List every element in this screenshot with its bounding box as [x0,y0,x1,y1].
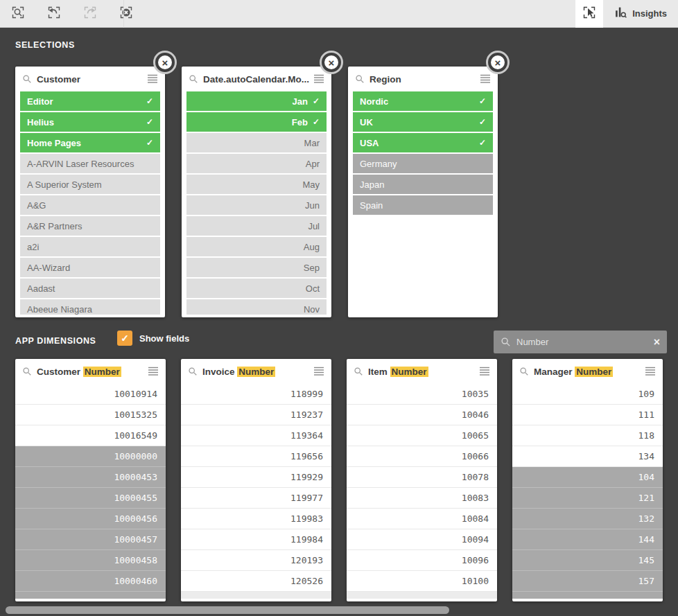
list-item[interactable]: Nov [186,299,327,315]
list-item[interactable]: Abeeue Niagara [20,299,160,315]
clear-selections-button[interactable] [115,3,137,25]
list-item[interactable]: 119656 [181,446,331,467]
remove-selection-date-button[interactable]: × [320,51,343,74]
list-item[interactable]: Editor✓ [20,91,160,111]
list-item[interactable]: 10015325 [15,405,166,425]
list-item[interactable]: 120526 [181,571,331,592]
list-item[interactable]: 10065 [347,425,497,446]
search-icon[interactable] [22,367,32,376]
list-item[interactable]: Helius✓ [20,112,160,132]
listbox-menu-icon[interactable] [479,367,490,376]
list-item[interactable]: UK✓ [353,112,493,132]
list-item[interactable]: 119983 [181,509,331,529]
listbox-menu-icon[interactable] [645,367,656,376]
listbox-menu-icon[interactable] [313,74,324,84]
list-item[interactable]: Apr [186,154,327,173]
list-item[interactable]: 10000000 [15,446,166,467]
list-item[interactable]: 157 [512,571,663,592]
list-item[interactable]: 119237 [181,405,331,425]
list-item[interactable]: Aug [186,237,327,256]
list-item[interactable]: 119977 [181,488,331,509]
list-item[interactable]: AA-Wizard [20,258,160,277]
list-item[interactable]: 10096 [347,550,497,571]
clear-search-icon[interactable]: × [654,337,660,348]
list-item[interactable]: A-ARVIN Laser Resources [20,154,160,173]
horizontal-scrollbar[interactable] [6,606,449,614]
search-icon[interactable] [188,367,198,376]
list-item[interactable]: A&G [20,195,160,215]
search-icon[interactable] [519,367,529,376]
list-item[interactable]: Aadast [20,279,160,298]
list-item[interactable]: 10084 [347,509,497,529]
undo-selection-button[interactable] [43,3,65,25]
list-item[interactable]: 134 [512,446,663,467]
list-item[interactable]: Nordic✓ [353,91,493,111]
list-item-label: 10046 [462,410,489,420]
search-icon[interactable] [355,74,365,84]
list-item[interactable]: Feb✓ [186,112,327,132]
list-item[interactable]: Jun [186,195,327,215]
list-item[interactable]: 119929 [181,467,331,488]
list-item[interactable]: 10078 [347,467,497,488]
search-icon[interactable] [354,367,363,376]
list-item[interactable] [15,592,166,599]
smart-search-button[interactable] [7,3,29,25]
list-item[interactable]: USA✓ [353,133,493,152]
insights-button[interactable]: Insights [613,5,667,22]
list-item[interactable]: 104 [512,467,663,488]
list-item[interactable]: Mar [186,133,327,152]
list-item[interactable]: a2i [20,237,160,256]
listbox-menu-icon[interactable] [148,367,159,376]
remove-selection-customer-button[interactable]: × [153,51,177,74]
listbox-menu-icon[interactable] [147,74,158,84]
list-item[interactable]: 120193 [181,550,331,571]
list-item[interactable]: 10000460 [15,571,166,592]
list-item[interactable]: 10000458 [15,550,166,571]
list-item[interactable]: 109 [512,384,663,405]
search-icon[interactable] [189,74,198,84]
list-item[interactable]: Germany [353,154,493,173]
list-item[interactable]: 119984 [181,529,331,550]
list-item[interactable] [512,592,663,599]
list-item[interactable]: Spain [353,195,493,215]
list-item[interactable]: 10000456 [15,509,166,529]
search-icon[interactable] [22,74,32,84]
list-item[interactable]: 10016549 [15,425,166,446]
list-item[interactable]: 144 [512,529,663,550]
list-item[interactable]: 145 [512,550,663,571]
redo-selection-button[interactable] [79,3,101,25]
list-item[interactable] [347,592,497,599]
list-item[interactable]: 10035 [347,384,497,405]
list-item[interactable]: Japan [353,175,493,194]
list-item[interactable]: 118 [512,425,663,446]
show-fields-checkbox[interactable]: ✓ [117,331,132,346]
list-item[interactable]: Jan✓ [186,91,327,111]
list-item[interactable]: 132 [512,509,663,529]
listbox-menu-icon[interactable] [480,74,491,84]
list-item[interactable]: Jul [186,216,327,236]
list-item[interactable]: 10083 [347,488,497,509]
list-item[interactable]: 10000453 [15,467,166,488]
list-item[interactable] [181,592,331,599]
list-item[interactable]: May [186,175,327,194]
remove-selection-region-button[interactable]: × [486,51,510,74]
list-item[interactable]: 10066 [347,446,497,467]
list-item[interactable]: 10046 [347,405,497,425]
list-item[interactable]: 10000457 [15,529,166,550]
list-item[interactable]: 121 [512,488,663,509]
list-item[interactable]: 10094 [347,529,497,550]
list-item[interactable]: Sep [186,258,327,277]
list-item[interactable]: 10010914 [15,384,166,405]
list-item[interactable]: 118999 [181,384,331,405]
list-item[interactable]: 111 [512,405,663,425]
list-item[interactable]: 10000455 [15,488,166,509]
list-item[interactable]: 119364 [181,425,331,446]
list-item[interactable]: Oct [186,279,327,298]
list-item[interactable]: A&R Partners [20,216,160,236]
selections-tool-button[interactable] [575,0,603,28]
list-item[interactable]: Home Pages✓ [20,133,160,152]
list-item[interactable]: 10100 [347,571,497,592]
list-item[interactable]: A Superior System [20,175,160,194]
listbox-menu-icon[interactable] [313,367,324,376]
dimensions-search-input[interactable]: Number × [494,331,667,353]
